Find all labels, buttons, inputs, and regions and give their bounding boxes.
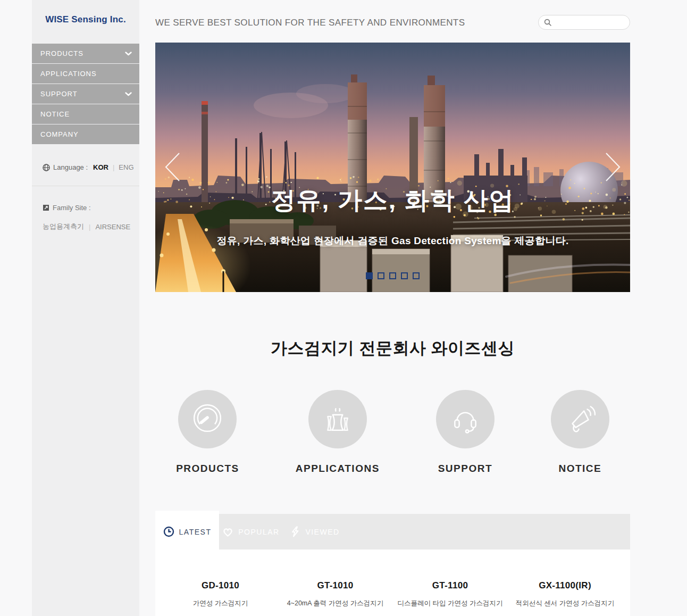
headset-icon <box>450 403 481 436</box>
company-logo[interactable]: WISE Sensing Inc. <box>32 0 139 25</box>
quicklink-label: SUPPORT <box>438 463 492 475</box>
quicklink-circle <box>178 390 237 448</box>
chevron-down-icon <box>125 90 132 98</box>
quicklink-support[interactable]: SUPPORT <box>436 390 495 475</box>
sidebar-item-support[interactable]: SUPPORT <box>32 84 139 104</box>
search-icon <box>544 19 551 26</box>
tab-label: POPULAR <box>238 528 279 536</box>
family-site: Family Site : <box>43 204 139 212</box>
product-list: GD-1010 가연성 가스검지기 GT-1010 4~20mA 출력 가연성 … <box>155 550 630 608</box>
quicklink-applications[interactable]: APPLICATIONS <box>296 390 380 475</box>
product-gt-1100[interactable]: GT-1100 디스플레이 타입 가연성 가스검지기 <box>393 550 508 608</box>
nav-label: NOTICE <box>40 110 70 118</box>
separator: | <box>113 163 114 171</box>
tab-label: VIEWED <box>305 528 339 536</box>
family-site-links: 농업용계측기 | AIRSENSE <box>43 222 139 231</box>
quicklink-circle <box>308 390 367 448</box>
sidebar-item-notice[interactable]: NOTICE <box>32 104 139 124</box>
language-switcher: Language : KOR | ENG <box>43 163 139 171</box>
carousel-dot-4[interactable] <box>401 272 408 279</box>
header-tagline: WE SERVE BEST SOLUTION FOR THE SAFETY AN… <box>155 18 465 28</box>
product-desc: 가연성 가스검지기 <box>163 599 278 608</box>
product-name: GT-1010 <box>278 580 393 591</box>
tab-viewed[interactable]: VIEWED <box>283 514 347 550</box>
product-desc: 적외선식 센서 가연성 가스검지기 <box>508 599 623 608</box>
factory-icon <box>322 403 353 436</box>
tab-popular[interactable]: POPULAR <box>219 514 283 550</box>
product-desc: 4~20mA 출력 가연성 가스검지기 <box>278 599 393 608</box>
chevron-down-icon <box>125 49 132 57</box>
quicklink-circle <box>436 390 495 448</box>
family-site-label: Family Site : <box>53 204 91 212</box>
product-gt-1010[interactable]: GT-1010 4~20mA 출력 가연성 가스검지기 <box>278 550 393 608</box>
product-gd-1010[interactable]: GD-1010 가연성 가스검지기 <box>163 550 278 608</box>
product-tabs: LATEST POPULAR VIEWED <box>155 514 630 550</box>
sidebar-item-company[interactable]: COMPANY <box>32 124 139 144</box>
carousel-dot-3[interactable] <box>389 272 396 279</box>
hero-image <box>155 43 630 292</box>
quicklink-notice[interactable]: NOTICE <box>551 390 609 475</box>
nav-label: APPLICATIONS <box>40 70 97 78</box>
hero-subtitle: 정유, 가스, 화학산업 현장에서 검증된 Gas Detection Syst… <box>155 234 630 248</box>
search-box[interactable] <box>538 15 630 30</box>
clock-icon <box>163 526 174 537</box>
product-gx-1100ir[interactable]: GX-1100(IR) 적외선식 센서 가연성 가스검지기 <box>508 550 623 608</box>
family-link-agri[interactable]: 농업용계측기 <box>43 222 84 231</box>
carousel-next-arrow[interactable] <box>605 152 622 182</box>
language-eng[interactable]: ENG <box>119 163 133 171</box>
nav-label: COMPANY <box>40 130 79 138</box>
megaphone-icon <box>565 403 596 436</box>
quick-links: PRODUCTS APPLICATIONS <box>155 390 630 475</box>
gauge-icon <box>192 403 223 436</box>
quicklink-circle <box>551 390 609 448</box>
separator: | <box>89 223 90 231</box>
hero-carousel: 정유, 가스, 화학 산업 정유, 가스, 화학산업 현장에서 검증된 Gas … <box>155 43 630 292</box>
tab-latest[interactable]: LATEST <box>155 511 219 553</box>
language-kor[interactable]: KOR <box>93 163 108 171</box>
family-link-airsense[interactable]: AIRSENSE <box>95 223 130 231</box>
tab-label: LATEST <box>179 528 212 536</box>
nav-label: PRODUCTS <box>40 49 83 57</box>
quicklink-products[interactable]: PRODUCTS <box>176 390 239 475</box>
carousel-prev-arrow[interactable] <box>164 152 181 182</box>
carousel-dot-5[interactable] <box>413 272 420 279</box>
divider <box>32 186 139 186</box>
carousel-indicators <box>155 272 630 279</box>
product-name: GT-1100 <box>393 580 508 591</box>
globe-icon <box>43 164 50 171</box>
quicklink-label: NOTICE <box>558 463 601 475</box>
quicklink-label: APPLICATIONS <box>296 463 380 475</box>
section-title: 가스검지기 전문회사 와이즈센싱 <box>155 337 630 360</box>
sidebar-item-products[interactable]: PRODUCTS <box>32 44 139 63</box>
sidebar: WISE Sensing Inc. PRODUCTS APPLICATIONS … <box>32 0 139 616</box>
carousel-dot-2[interactable] <box>378 272 384 279</box>
product-name: GX-1100(IR) <box>508 580 623 591</box>
nav-label: SUPPORT <box>40 90 78 98</box>
language-label: Language : <box>53 163 88 171</box>
hero-title: 정유, 가스, 화학 산업 <box>155 184 630 217</box>
product-desc: 디스플레이 타입 가연성 가스검지기 <box>393 599 508 608</box>
quicklink-label: PRODUCTS <box>176 463 239 475</box>
search-input[interactable] <box>555 18 624 27</box>
carousel-dot-1[interactable] <box>366 272 373 279</box>
bolt-icon <box>290 526 300 537</box>
product-name: GD-1010 <box>163 580 278 591</box>
external-link-icon <box>43 204 49 211</box>
main-nav: PRODUCTS APPLICATIONS SUPPORT NOTICE COM… <box>32 44 139 144</box>
heart-icon <box>222 527 233 537</box>
sidebar-item-applications[interactable]: APPLICATIONS <box>32 64 139 84</box>
latest-products-panel: GD-1010 가연성 가스검지기 GT-1010 4~20mA 출력 가연성 … <box>155 550 630 616</box>
